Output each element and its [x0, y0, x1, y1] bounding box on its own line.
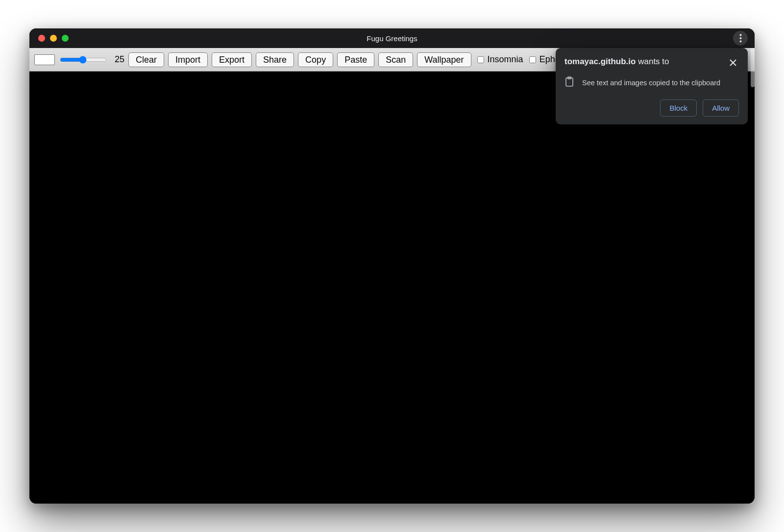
insomnia-checkbox-label[interactable]: Insomnia [475, 54, 523, 65]
drawing-canvas[interactable] [29, 72, 755, 504]
fullscreen-window-button[interactable] [62, 35, 69, 42]
brush-size-value: 25 [112, 54, 124, 65]
permission-heading: tomayac.github.io wants to [564, 57, 669, 67]
block-button[interactable]: Block [660, 99, 697, 117]
wallpaper-button[interactable]: Wallpaper [417, 52, 471, 67]
more-options-button[interactable] [733, 31, 748, 46]
copy-button[interactable]: Copy [298, 52, 333, 67]
permission-close-button[interactable] [727, 57, 739, 69]
ephemeral-checkbox[interactable] [529, 56, 536, 63]
import-button[interactable]: Import [168, 52, 208, 67]
permission-wants-to: wants to [638, 57, 669, 66]
app-window: Fugu Greetings 25 Clear Import Export Sh… [29, 28, 755, 504]
allow-button[interactable]: Allow [703, 99, 739, 117]
svg-point-0 [739, 34, 741, 36]
paste-button[interactable]: Paste [337, 52, 374, 67]
permission-description: See text and images copied to the clipbo… [582, 79, 720, 87]
clear-button[interactable]: Clear [128, 52, 164, 67]
svg-point-1 [739, 37, 741, 39]
window-title: Fugu Greetings [29, 34, 755, 43]
export-button[interactable]: Export [212, 52, 252, 67]
insomnia-checkbox[interactable] [477, 56, 484, 63]
permission-dialog: tomayac.github.io wants to See text and … [556, 48, 748, 124]
clipboard-icon [564, 76, 574, 89]
permission-origin: tomayac.github.io [564, 57, 636, 66]
color-swatch[interactable] [34, 54, 55, 65]
vertical-dots-icon [739, 34, 742, 43]
scan-button[interactable]: Scan [378, 52, 413, 67]
close-icon [730, 59, 736, 66]
brush-size-slider[interactable] [60, 56, 107, 64]
scrollbar-thumb[interactable] [751, 48, 755, 87]
titlebar: Fugu Greetings [29, 28, 755, 48]
svg-point-2 [739, 41, 741, 43]
window-controls [38, 35, 69, 42]
share-button[interactable]: Share [256, 52, 294, 67]
minimize-window-button[interactable] [50, 35, 57, 42]
close-window-button[interactable] [38, 35, 45, 42]
insomnia-label-text: Insomnia [488, 54, 523, 65]
